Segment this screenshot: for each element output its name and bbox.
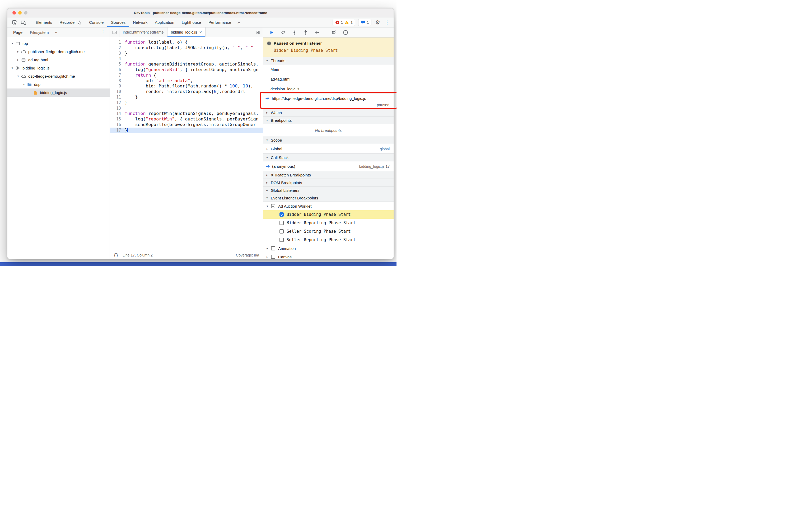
elb-item-bidder-bidding-phase-start[interactable]: Bidder Bidding Phase Start — [263, 210, 394, 219]
tree-item-ad-tag-html[interactable]: ▸ad-tag.html — [7, 56, 110, 64]
line-number[interactable]: 10 — [110, 89, 125, 95]
code-line-6[interactable]: 6 log("generateBid", { interestGroup, au… — [110, 67, 263, 73]
errors-warnings-badge[interactable]: 1 1 — [333, 19, 355, 26]
tree-item-dsp[interactable]: ▾dsp — [7, 80, 110, 89]
section-header-dom-breakpoints[interactable]: ▸DOM Breakpoints — [263, 178, 394, 187]
line-number[interactable]: 12 — [110, 100, 125, 106]
expander-down-icon[interactable]: ▾ — [16, 75, 20, 78]
line-number[interactable]: 8 — [110, 78, 125, 84]
section-header-global-listeners[interactable]: ▸Global Listeners — [263, 186, 394, 194]
checkbox-bidder-reporting-phase-start[interactable] — [280, 221, 284, 225]
navigator-tab-page[interactable]: Page — [10, 27, 26, 37]
section-header-scope[interactable]: ▾Scope — [263, 136, 394, 144]
elb-group-ad-auction-worklet[interactable]: ▾Ad Auction Worklet — [263, 202, 394, 210]
line-number[interactable]: 14 — [110, 111, 125, 116]
code-editor[interactable]: 1function log(label, o) {2 console.log(l… — [110, 37, 263, 251]
elb-group-canvas[interactable]: ▸Canvas — [263, 252, 394, 259]
more-navigator-tabs-icon[interactable]: » — [53, 30, 59, 35]
devtools-tab-recorder[interactable]: Recorder — [56, 17, 86, 27]
code-line-11[interactable]: 11 } — [110, 95, 263, 100]
code-line-9[interactable]: 9 bid: Math.floor(Math.random() * 100, 1… — [110, 83, 263, 89]
thread-item-decision-logic-js[interactable]: decision_logic.js — [263, 84, 394, 94]
expander-down-icon[interactable]: ▾ — [10, 42, 15, 45]
deactivate-breakpoints-button[interactable] — [328, 27, 340, 37]
window-titlebar[interactable]: DevTools - publisher-fledge-demo.glitch.… — [7, 8, 394, 17]
elb-item-seller-reporting-phase-start[interactable]: Seller Reporting Phase Start — [263, 235, 394, 244]
section-header-watch[interactable]: ▸Watch — [263, 109, 394, 116]
tree-item-bidding-logic-js[interactable]: ▾bidding_logic.js — [7, 64, 110, 72]
checkbox-canvas[interactable] — [271, 255, 275, 259]
editor-tab-index-html-fencedframe[interactable]: index.html?fencedframe — [119, 27, 168, 37]
code-line-12[interactable]: 12} — [110, 100, 263, 106]
expander-down-icon[interactable]: ▾ — [10, 66, 15, 70]
close-window-button[interactable] — [13, 11, 16, 15]
devtools-tab-elements[interactable]: Elements — [32, 17, 56, 27]
checkbox-ad-auction-worklet[interactable] — [271, 204, 275, 208]
devtools-tab-network[interactable]: Network — [129, 17, 151, 27]
pause-on-exceptions-button[interactable] — [340, 27, 351, 37]
step-button[interactable] — [311, 27, 323, 37]
code-line-17[interactable]: 17} — [110, 128, 263, 133]
thread-item-ad-tag-html[interactable]: ad-tag.html — [263, 74, 394, 84]
line-number[interactable]: 4 — [110, 56, 125, 61]
section-header-event-listener-breakpoints[interactable]: ▾Event Listener Breakpoints — [263, 194, 394, 202]
step-into-button[interactable] — [288, 27, 300, 37]
code-line-5[interactable]: 5function generateBid(interestGroup, auc… — [110, 61, 263, 67]
tree-item-bidding-logic-js[interactable]: bidding_logic.js — [7, 89, 110, 97]
elb-item-seller-scoring-phase-start[interactable]: Seller Scoring Phase Start — [263, 227, 394, 235]
line-number[interactable]: 17 — [110, 128, 125, 133]
devtools-tab-sources[interactable]: Sources — [107, 17, 129, 27]
checkbox-bidder-bidding-phase-start[interactable] — [280, 212, 284, 216]
checkbox-seller-scoring-phase-start[interactable] — [280, 229, 284, 233]
elb-group-animation[interactable]: ▸Animation — [263, 244, 394, 252]
fullscreen-window-button[interactable] — [24, 11, 27, 15]
line-number[interactable]: 7 — [110, 73, 125, 78]
code-line-10[interactable]: 10 render: interestGroup.ads[0].renderUr… — [110, 89, 263, 95]
navigator-tab-filesystem[interactable]: Filesystem — [26, 27, 53, 37]
step-out-button[interactable] — [300, 27, 311, 37]
pretty-print-icon[interactable]: {} — [114, 253, 118, 258]
code-line-2[interactable]: 2 console.log(label, JSON.stringify(o, "… — [110, 45, 263, 51]
code-line-15[interactable]: 15 log("reportWin", { auctionSignals, pe… — [110, 116, 263, 122]
devtools-tab-application[interactable]: Application — [151, 17, 178, 27]
section-header-call-stack[interactable]: ▾Call Stack — [263, 153, 394, 162]
line-number[interactable]: 9 — [110, 83, 125, 89]
inspect-element-icon[interactable] — [10, 17, 19, 27]
resume-button[interactable] — [266, 27, 277, 37]
code-line-14[interactable]: 14function reportWin(auctionSignals, per… — [110, 111, 263, 116]
expander-down-icon[interactable]: ▾ — [22, 83, 26, 86]
more-options-kebab-icon[interactable]: ⋮ — [384, 19, 391, 25]
devtools-tab-lighthouse[interactable]: Lighthouse — [178, 17, 205, 27]
line-number[interactable]: 1 — [110, 40, 125, 45]
scope-item-global[interactable]: ▸Globalglobal — [263, 144, 394, 154]
settings-gear-icon[interactable]: ⚙ — [374, 19, 381, 26]
tree-item-top[interactable]: ▾top — [7, 39, 110, 48]
checkbox-animation[interactable] — [271, 246, 275, 250]
section-header-breakpoints[interactable]: ▾Breakpoints — [263, 116, 394, 124]
line-number[interactable]: 2 — [110, 45, 125, 51]
close-tab-icon[interactable]: × — [199, 30, 202, 35]
section-header-threads[interactable]: ▾Threads — [263, 57, 394, 64]
code-line-4[interactable]: 4 — [110, 56, 263, 61]
code-line-1[interactable]: 1function log(label, o) { — [110, 40, 263, 45]
code-line-16[interactable]: 16 sendReportTo(browserSignals.interestG… — [110, 122, 263, 128]
line-number[interactable]: 3 — [110, 51, 125, 56]
line-number[interactable]: 16 — [110, 122, 125, 128]
line-number[interactable]: 11 — [110, 95, 125, 100]
elb-item-bidder-reporting-phase-start[interactable]: Bidder Reporting Phase Start — [263, 219, 394, 227]
devtools-tab-performance[interactable]: Performance — [205, 17, 235, 27]
line-number[interactable]: 13 — [110, 106, 125, 111]
hide-navigator-icon[interactable] — [110, 27, 119, 37]
devtools-tab-console[interactable]: Console — [85, 17, 107, 27]
expander-right-icon[interactable]: ▸ — [16, 58, 20, 61]
tree-item-dsp-fledge-demo-glitch-me[interactable]: ▾dsp-fledge-demo.glitch.me — [7, 72, 110, 80]
code-line-7[interactable]: 7 return { — [110, 73, 263, 78]
step-over-button[interactable] — [277, 27, 288, 37]
code-line-13[interactable]: 13 — [110, 106, 263, 111]
call-stack-frame[interactable]: (anonymous)bidding_logic.js:17 — [263, 162, 394, 171]
thread-item-main[interactable]: Main — [263, 64, 394, 74]
tree-item-publisher-fledge-demo-glitch-me[interactable]: ▸publisher-fledge-demo.glitch.me — [7, 48, 110, 56]
expander-right-icon[interactable]: ▸ — [16, 50, 20, 53]
line-number[interactable]: 6 — [110, 67, 125, 73]
line-number[interactable]: 15 — [110, 116, 125, 122]
